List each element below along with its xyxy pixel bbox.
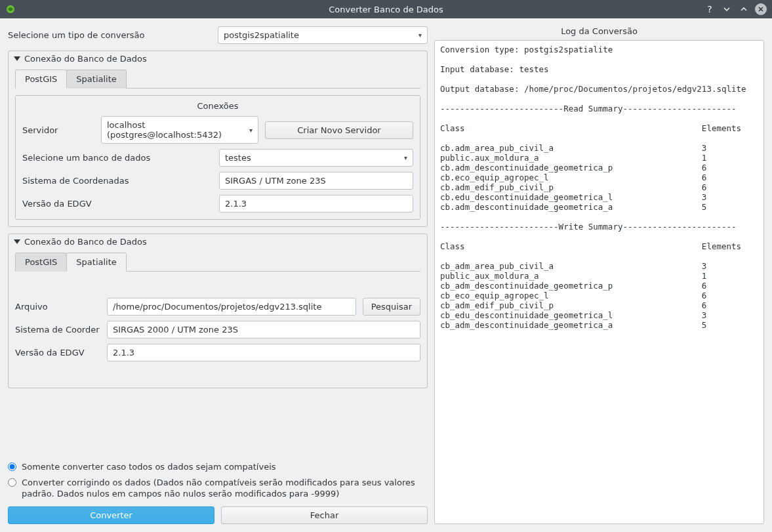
crs2-label: Sistema de Coorder — [15, 325, 100, 335]
radio-fix-label: Converter corrigindo os dados (Dados não… — [22, 477, 428, 500]
titlebar: Converter Banco de Dados ? — [0, 0, 772, 18]
maximize-icon[interactable] — [738, 3, 750, 15]
conversion-type-label: Selecione um tipo de conversão — [8, 30, 218, 40]
tab-spatialite[interactable]: Spatialite — [66, 70, 126, 89]
source-db-group: Conexão do Banco de Dados PostGIS Spatia… — [8, 51, 428, 227]
close-icon[interactable] — [755, 3, 767, 15]
tab-postgis[interactable]: PostGIS — [15, 70, 67, 89]
db-value: testes — [225, 153, 251, 163]
app-icon — [5, 4, 16, 14]
window-title: Converter Banco de Dados — [329, 5, 443, 14]
crs-field[interactable] — [219, 172, 413, 190]
file-label: Arquivo — [15, 302, 100, 312]
edgv2-field[interactable] — [107, 344, 420, 361]
crs-label: Sistema de Coordenadas — [22, 176, 213, 186]
tab-postgis-2[interactable]: PostGIS — [15, 253, 67, 272]
close-button[interactable]: Fechar — [221, 506, 428, 524]
chevron-down-icon: ▾ — [249, 127, 253, 134]
chevron-down-icon: ▾ — [404, 154, 407, 161]
radio-fix-data[interactable] — [8, 478, 16, 487]
source-db-title: Conexão do Banco de Dados — [24, 54, 147, 64]
tab-spatialite-2[interactable]: Spatialite — [66, 253, 126, 272]
help-icon[interactable]: ? — [704, 3, 716, 15]
radio-compatible-label: Somente converter caso todos os dados se… — [22, 461, 276, 473]
minimize-icon[interactable] — [721, 3, 733, 15]
server-select[interactable]: localhost (postgres@localhost:5432) ▾ — [101, 116, 258, 144]
edgv2-label: Versão da EDGV — [15, 348, 100, 358]
log-title: Log da Conversão — [434, 26, 764, 36]
server-value: localhost (postgres@localhost:5432) — [107, 120, 249, 140]
target-db-title: Conexão do Banco de Dados — [24, 237, 147, 247]
collapse-icon[interactable] — [14, 239, 20, 244]
radio-compatible-only[interactable] — [8, 462, 16, 471]
collapse-icon[interactable] — [14, 56, 20, 61]
conversion-type-select[interactable]: postgis2spatialite ▾ — [218, 26, 428, 44]
chevron-down-icon: ▾ — [418, 31, 422, 39]
edgv-field[interactable] — [219, 195, 413, 213]
server-label: Servidor — [22, 125, 94, 135]
connections-frame: Conexões Servidor localhost (postgres@lo… — [15, 95, 420, 220]
db-select-label: Selecione um banco de dados — [22, 153, 213, 163]
conversion-type-value: postgis2spatialite — [224, 30, 299, 40]
file-field[interactable] — [107, 298, 356, 316]
crs2-field[interactable] — [107, 321, 420, 338]
edgv-label: Versão da EDGV — [22, 199, 213, 209]
convert-button[interactable]: Converter — [8, 506, 214, 524]
connections-title: Conexões — [22, 101, 413, 111]
db-select[interactable]: testes ▾ — [219, 149, 413, 167]
browse-button[interactable]: Pesquisar — [363, 298, 420, 316]
target-db-group: Conexão do Banco de Dados PostGIS Spatia… — [8, 234, 428, 388]
log-output[interactable]: Conversion type: postgis2spatialite Inpu… — [434, 40, 764, 524]
new-server-button[interactable]: Criar Novo Servidor — [265, 121, 413, 139]
